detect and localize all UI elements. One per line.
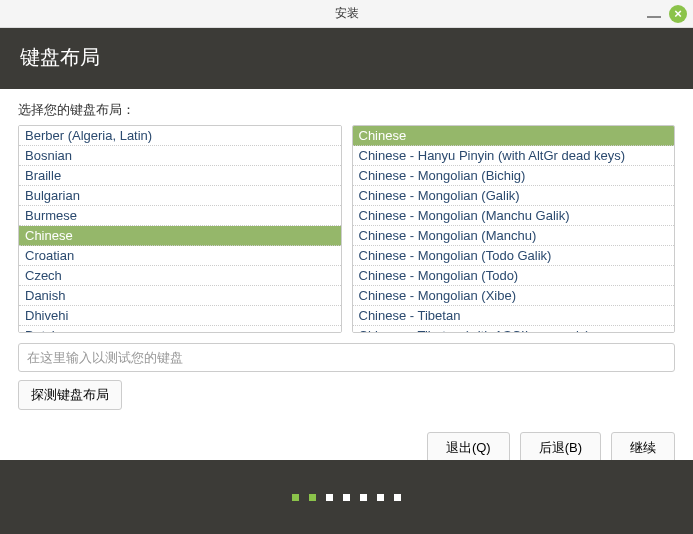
list-item[interactable]: Bosnian bbox=[19, 146, 341, 166]
instruction-label: 选择您的键盘布局： bbox=[18, 101, 675, 119]
progress-dot bbox=[360, 494, 367, 501]
list-item[interactable]: Chinese - Mongolian (Xibe) bbox=[353, 286, 675, 306]
list-item[interactable]: Bulgarian bbox=[19, 186, 341, 206]
keyboard-test-input[interactable] bbox=[18, 343, 675, 372]
progress-dot bbox=[292, 494, 299, 501]
list-item[interactable]: Chinese - Tibetan (with ASCII numerals) bbox=[353, 326, 675, 333]
progress-dot bbox=[343, 494, 350, 501]
keyboard-lists: Berber (Algeria, Latin)BosnianBrailleBul… bbox=[18, 125, 675, 333]
page-header: 键盘布局 bbox=[0, 28, 693, 89]
title-bar: 安装 × bbox=[0, 0, 693, 28]
list-item[interactable]: Chinese - Tibetan bbox=[353, 306, 675, 326]
close-icon[interactable]: × bbox=[669, 5, 687, 23]
page-title: 键盘布局 bbox=[20, 46, 100, 68]
list-item[interactable]: Berber (Algeria, Latin) bbox=[19, 126, 341, 146]
list-item[interactable]: Danish bbox=[19, 286, 341, 306]
minimize-icon[interactable] bbox=[647, 16, 661, 18]
list-item[interactable]: Chinese - Mongolian (Manchu Galik) bbox=[353, 206, 675, 226]
main-content: 选择您的键盘布局： Berber (Algeria, Latin)Bosnian… bbox=[0, 89, 693, 476]
detect-layout-button[interactable]: 探测键盘布局 bbox=[18, 380, 122, 410]
list-item[interactable]: Chinese - Mongolian (Todo) bbox=[353, 266, 675, 286]
list-item[interactable]: Chinese - Mongolian (Todo Galik) bbox=[353, 246, 675, 266]
window-controls: × bbox=[647, 5, 687, 23]
variant-list[interactable]: ChineseChinese - Hanyu Pinyin (with AltG… bbox=[352, 125, 676, 333]
list-item[interactable]: Dutch bbox=[19, 326, 341, 333]
window-title: 安装 bbox=[335, 5, 359, 22]
list-item[interactable]: Chinese - Mongolian (Manchu) bbox=[353, 226, 675, 246]
language-list[interactable]: Berber (Algeria, Latin)BosnianBrailleBul… bbox=[18, 125, 342, 333]
list-item[interactable]: Chinese - Mongolian (Galik) bbox=[353, 186, 675, 206]
list-item[interactable]: Chinese bbox=[19, 226, 341, 246]
list-item[interactable]: Chinese - Hanyu Pinyin (with AltGr dead … bbox=[353, 146, 675, 166]
list-item[interactable]: Burmese bbox=[19, 206, 341, 226]
list-item[interactable]: Braille bbox=[19, 166, 341, 186]
list-item[interactable]: Croatian bbox=[19, 246, 341, 266]
progress-footer bbox=[0, 460, 693, 534]
list-item[interactable]: Czech bbox=[19, 266, 341, 286]
list-item[interactable]: Dhivehi bbox=[19, 306, 341, 326]
progress-dot bbox=[309, 494, 316, 501]
progress-dot bbox=[326, 494, 333, 501]
list-item[interactable]: Chinese bbox=[353, 126, 675, 146]
progress-dot bbox=[394, 494, 401, 501]
progress-dot bbox=[377, 494, 384, 501]
list-item[interactable]: Chinese - Mongolian (Bichig) bbox=[353, 166, 675, 186]
